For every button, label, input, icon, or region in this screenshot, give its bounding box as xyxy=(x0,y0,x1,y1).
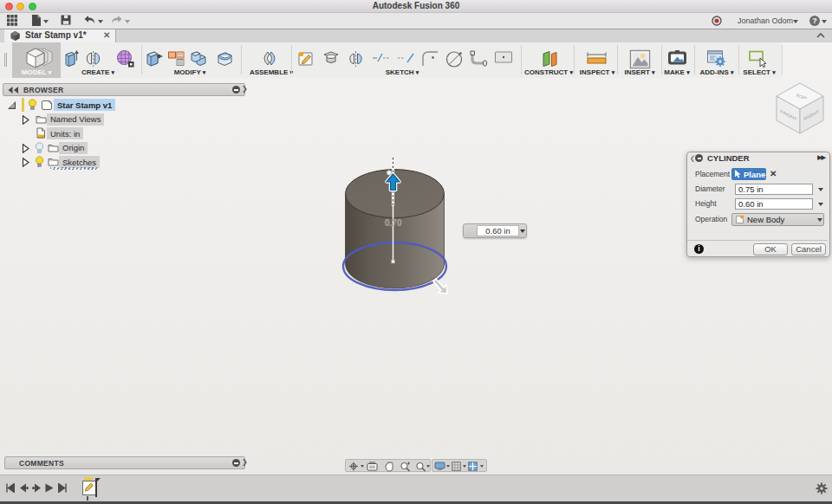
svg-text:0.70: 0.70 xyxy=(385,218,402,228)
svg-text:?: ? xyxy=(812,16,817,25)
